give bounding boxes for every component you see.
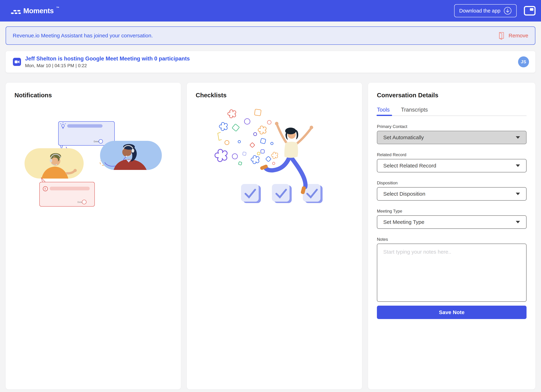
related-record-select[interactable]: Select Related Record bbox=[377, 159, 526, 172]
check-square bbox=[272, 184, 292, 203]
video-meeting-icon bbox=[13, 58, 21, 66]
trademark: ™ bbox=[56, 6, 59, 10]
download-app-label: Download the app bbox=[459, 8, 500, 14]
meeting-type-select[interactable]: Set Meeting Type bbox=[377, 215, 526, 229]
primary-contact-field: Primary Contact Set Automatically bbox=[377, 124, 526, 144]
related-record-value: Select Related Record bbox=[383, 163, 436, 169]
banner-message: Revenue.io Meeting Assistant has joined … bbox=[13, 33, 153, 39]
download-circle-icon bbox=[504, 7, 512, 15]
disposition-value: Select Disposition bbox=[383, 191, 425, 197]
conversation-details-panel: Conversation Details Tools Transcripts P… bbox=[368, 83, 535, 389]
notifications-empty-illustration: Done bbox=[25, 120, 162, 208]
assistant-joined-banner: Revenue.io Meeting Assistant has joined … bbox=[6, 26, 535, 45]
disposition-select[interactable]: Select Disposition bbox=[377, 187, 526, 201]
check-square bbox=[241, 184, 261, 203]
svg-text:!: ! bbox=[45, 187, 46, 191]
chevron-down-icon bbox=[515, 164, 520, 167]
remove-assistant-button[interactable]: Remove bbox=[498, 31, 528, 40]
meeting-type-field: Meeting Type Set Meeting Type bbox=[377, 209, 526, 229]
disposition-field: Disposition Select Disposition bbox=[377, 180, 526, 201]
related-record-field: Related Record Select Related Record bbox=[377, 152, 526, 172]
panels-row: Notifications Done bbox=[6, 83, 535, 389]
chevron-down-icon bbox=[515, 136, 520, 139]
meeting-type-value: Set Meeting Type bbox=[383, 219, 424, 225]
soundwave-logo-icon bbox=[10, 10, 21, 15]
disposition-label: Disposition bbox=[377, 180, 526, 185]
checklists-title: Checklists bbox=[196, 92, 353, 99]
svg-text:Done: Done bbox=[78, 201, 83, 204]
checklists-empty-illustration bbox=[215, 107, 335, 206]
download-app-button[interactable]: Download the app bbox=[454, 4, 517, 17]
notes-field: Notes bbox=[377, 237, 526, 302]
save-note-button[interactable]: Save Note bbox=[377, 306, 526, 319]
meeting-subtitle: Mon, Mar 10 | 04:15 PM | 0:22 bbox=[25, 63, 190, 68]
logo-text: Moments bbox=[23, 6, 54, 16]
app-header: Moments™ Download the app bbox=[0, 0, 541, 21]
primary-contact-label: Primary Contact bbox=[377, 124, 526, 129]
svg-text:Done: Done bbox=[94, 140, 99, 143]
notifications-title: Notifications bbox=[15, 92, 172, 99]
notes-input[interactable] bbox=[377, 244, 526, 302]
moments-logo: Moments™ bbox=[10, 6, 59, 16]
primary-contact-select[interactable]: Set Automatically bbox=[377, 131, 526, 144]
primary-contact-value: Set Automatically bbox=[383, 134, 424, 141]
picture-in-picture-button[interactable] bbox=[524, 6, 536, 16]
notifications-panel: Notifications Done bbox=[6, 83, 181, 389]
meeting-title-link[interactable]: Jeff Shelton is hosting Google Meet Meet… bbox=[25, 56, 190, 62]
host-avatar[interactable]: JS bbox=[518, 56, 529, 67]
notes-label: Notes bbox=[377, 237, 526, 242]
tab-tools[interactable]: Tools bbox=[377, 107, 390, 113]
checklists-panel: Checklists bbox=[187, 83, 362, 389]
meeting-type-label: Meeting Type bbox=[377, 209, 526, 214]
exit-door-icon bbox=[498, 31, 505, 40]
tab-transcripts[interactable]: Transcripts bbox=[401, 107, 428, 113]
chevron-down-icon bbox=[515, 193, 520, 195]
picture-in-picture-icon bbox=[524, 6, 536, 16]
related-record-label: Related Record bbox=[377, 152, 526, 157]
meeting-card: Jeff Shelton is hosting Google Meet Meet… bbox=[6, 51, 535, 73]
conversation-details-title: Conversation Details bbox=[377, 92, 526, 99]
remove-label: Remove bbox=[509, 33, 528, 39]
details-tabs: Tools Transcripts bbox=[377, 107, 526, 116]
chevron-down-icon bbox=[515, 221, 520, 224]
